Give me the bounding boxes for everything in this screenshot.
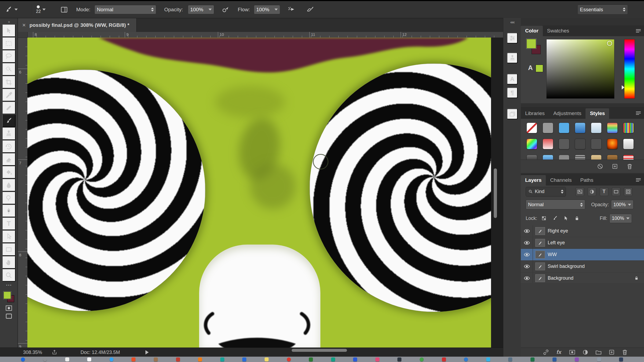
style-swatch[interactable] bbox=[591, 139, 602, 149]
layer-visibility-toggle[interactable] bbox=[521, 237, 533, 249]
tool-button[interactable] bbox=[2, 230, 16, 243]
style-swatch[interactable] bbox=[559, 139, 569, 149]
panel-menu-icon[interactable] bbox=[635, 177, 642, 183]
dock-app-icon[interactable] bbox=[375, 357, 379, 361]
tool-button[interactable] bbox=[2, 101, 16, 114]
dock-app-icon[interactable] bbox=[486, 357, 490, 361]
tool-button[interactable] bbox=[2, 256, 16, 269]
brush-preset-picker[interactable]: 22 bbox=[36, 1, 46, 18]
styles-footer-button[interactable] bbox=[611, 163, 619, 170]
style-swatch[interactable] bbox=[607, 123, 618, 133]
flow-dropdown[interactable]: 100% bbox=[254, 5, 280, 14]
text-color-swatch[interactable] bbox=[536, 65, 543, 72]
status-options-button[interactable] bbox=[145, 348, 149, 357]
pressure-opacity-button[interactable] bbox=[221, 1, 230, 18]
doc-size-readout[interactable]: Doc: 12.4M/23.5M bbox=[80, 348, 120, 357]
layers-footer-button[interactable] bbox=[621, 349, 628, 356]
layer-filter-button[interactable] bbox=[612, 187, 620, 196]
layer-name[interactable]: Right eye bbox=[548, 228, 568, 234]
dock-app-icon[interactable] bbox=[309, 357, 313, 361]
tool-button[interactable] bbox=[2, 76, 16, 88]
hue-slider[interactable] bbox=[624, 39, 635, 99]
styles-footer-button[interactable] bbox=[626, 163, 633, 170]
dock-app-icon[interactable] bbox=[508, 357, 512, 361]
style-swatch[interactable] bbox=[575, 139, 586, 149]
layer-name[interactable]: Background bbox=[548, 275, 573, 281]
dock-app-icon[interactable] bbox=[331, 357, 335, 361]
layers-footer-button[interactable] bbox=[542, 349, 550, 356]
layer-row[interactable]: Background bbox=[521, 272, 644, 284]
style-swatch[interactable] bbox=[543, 123, 553, 133]
style-swatch[interactable] bbox=[559, 123, 569, 133]
panel-menu-icon[interactable] bbox=[635, 110, 642, 116]
style-swatch[interactable] bbox=[591, 123, 602, 133]
lock-pixels-icon[interactable] bbox=[552, 215, 558, 222]
dock-app-icon[interactable] bbox=[464, 357, 468, 361]
panel-dock-icon[interactable]: ¶ bbox=[507, 87, 518, 98]
tool-button[interactable] bbox=[2, 179, 16, 191]
layer-name[interactable]: WW bbox=[548, 252, 557, 257]
tool-button[interactable] bbox=[2, 243, 16, 256]
toggle-brush-panel-button[interactable] bbox=[60, 1, 69, 18]
tool-button[interactable] bbox=[2, 88, 16, 101]
dock-app-icon[interactable] bbox=[109, 357, 114, 361]
tool-button[interactable] bbox=[2, 114, 16, 127]
panel-dock-icon[interactable] bbox=[507, 109, 518, 119]
hue-slider-pointer[interactable] bbox=[622, 85, 624, 90]
lock-transparency-icon[interactable] bbox=[541, 215, 547, 222]
dock-app-icon[interactable] bbox=[43, 357, 47, 361]
blend-mode-dropdown[interactable]: Normal bbox=[94, 5, 156, 14]
panel-tab[interactable]: Styles bbox=[586, 108, 609, 119]
dock-app-icon[interactable] bbox=[65, 357, 69, 361]
tool-button[interactable] bbox=[2, 204, 16, 217]
tool-preset-picker[interactable] bbox=[4, 1, 18, 18]
expand-panels-icon[interactable]: «« bbox=[503, 20, 521, 25]
panel-tab[interactable]: Libraries bbox=[521, 108, 549, 119]
dock-app-icon[interactable] bbox=[154, 357, 158, 361]
screen-mode-button[interactable] bbox=[2, 312, 16, 320]
layer-filter-button[interactable]: T bbox=[600, 187, 608, 196]
edit-toolbar-button[interactable]: ⋯ bbox=[2, 282, 16, 289]
dock-app-icon[interactable] bbox=[242, 357, 246, 361]
layer-row[interactable]: Right eye bbox=[521, 225, 644, 237]
export-button[interactable] bbox=[52, 348, 57, 357]
panel-tab[interactable]: Swatches bbox=[543, 26, 573, 36]
style-swatch[interactable] bbox=[623, 123, 634, 133]
smoothing-button[interactable] bbox=[306, 1, 315, 18]
document-canvas[interactable] bbox=[27, 38, 491, 348]
workspace-switcher[interactable]: Essentials bbox=[577, 5, 628, 14]
fill-dropdown[interactable]: 100% bbox=[609, 214, 632, 223]
tool-button[interactable] bbox=[2, 269, 16, 282]
tool-button[interactable] bbox=[2, 50, 16, 63]
dock-app-icon[interactable] bbox=[575, 357, 579, 361]
dock-app-icon[interactable] bbox=[397, 357, 401, 361]
layer-thumbnail[interactable] bbox=[535, 274, 545, 282]
layer-visibility-toggle[interactable] bbox=[521, 272, 533, 284]
style-swatch[interactable] bbox=[526, 139, 537, 149]
zoom-level-field[interactable]: 308.35% bbox=[23, 348, 42, 357]
airbrush-button[interactable] bbox=[287, 1, 296, 18]
ruler-origin-box[interactable] bbox=[18, 32, 28, 38]
tool-button[interactable] bbox=[2, 24, 16, 37]
layer-visibility-toggle[interactable] bbox=[521, 225, 533, 237]
layer-thumbnail[interactable] bbox=[535, 263, 545, 270]
close-tab-icon[interactable]: × bbox=[22, 22, 26, 29]
horizontal-scrollbar[interactable] bbox=[292, 349, 347, 352]
dock-app-icon[interactable] bbox=[21, 357, 25, 361]
dock-app-icon[interactable] bbox=[220, 357, 224, 361]
lock-all-icon[interactable] bbox=[574, 215, 580, 222]
styles-footer-button[interactable] bbox=[597, 163, 604, 170]
panel-menu-icon[interactable] bbox=[635, 28, 642, 34]
layer-filter-button[interactable] bbox=[576, 187, 584, 196]
dock-app-icon[interactable] bbox=[530, 357, 535, 361]
dock-app-icon[interactable] bbox=[176, 357, 180, 361]
layer-visibility-toggle[interactable] bbox=[521, 249, 533, 260]
style-swatch[interactable] bbox=[607, 139, 618, 149]
panel-dock-icon[interactable]: A bbox=[507, 74, 518, 84]
style-swatch[interactable] bbox=[575, 123, 586, 133]
panel-tab[interactable]: Color bbox=[521, 26, 543, 36]
layer-opacity-dropdown[interactable]: 100% bbox=[611, 200, 634, 209]
layer-name[interactable]: Left eye bbox=[548, 240, 565, 246]
tool-button[interactable] bbox=[2, 37, 16, 50]
style-swatch[interactable] bbox=[543, 139, 553, 149]
